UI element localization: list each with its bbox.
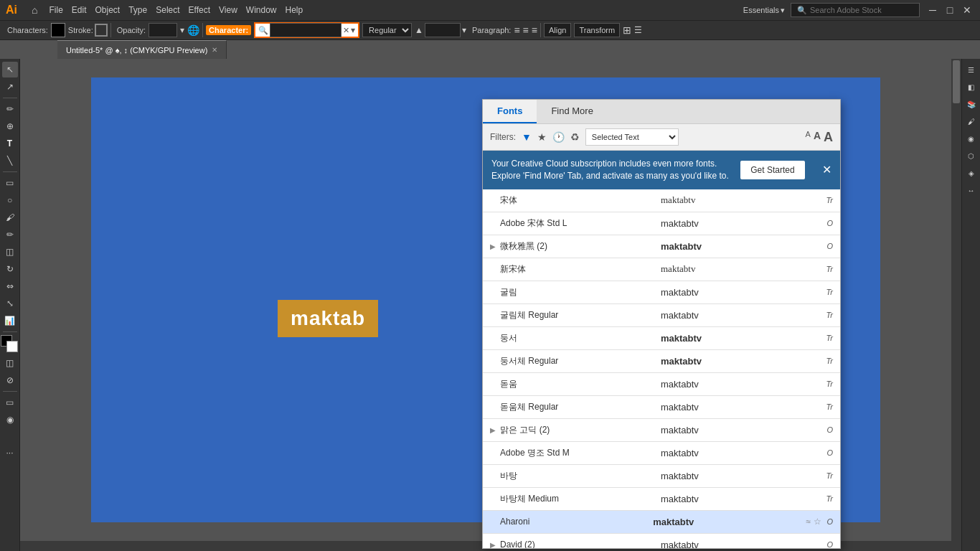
filter-dropdown[interactable]: Selected Text [585,128,679,146]
menu-effect[interactable]: Effect [189,5,210,15]
pen-tool[interactable]: ✏ [2,101,18,117]
direct-select-tool[interactable]: ↗ [2,79,18,95]
font-size-large-btn[interactable]: A [824,130,833,145]
graph-tool[interactable]: 📊 [2,313,18,329]
rotate-tool[interactable]: ↻ [2,261,18,277]
document-tab[interactable]: Untitled-5* @ ♠, ↕ (CMYK/GPU Preview) ✕ [57,40,227,59]
get-started-button[interactable]: Get Started [740,161,804,179]
stock-search[interactable]: 🔍 [791,3,920,17]
fill-color-swatch[interactable] [51,23,65,37]
font-search-dropdown[interactable]: ▾ [351,25,355,35]
transform-panel-btn[interactable]: ↔ [963,182,979,198]
more-tools-btn[interactable]: ··· [2,445,18,461]
rect-tool[interactable]: ▭ [2,175,18,191]
menu-object[interactable]: Object [95,5,121,15]
banner-close-button[interactable]: ✕ [822,162,831,178]
stock-search-input[interactable] [810,6,910,14]
expand-icon[interactable]: ▶ [490,242,500,250]
list-item[interactable]: Adobe 명조 Std M maktabtv O [483,442,840,465]
similar-fonts-icon[interactable]: ≈ [806,517,811,527]
list-item[interactable]: 굴림체 Regular maktabtv Tr [483,304,840,327]
brush-btn[interactable]: 🖌 [963,113,979,129]
font-search-input[interactable]: Adobe Arabic [270,23,341,37]
ellipse-tool[interactable]: ○ [2,192,18,208]
align-button[interactable]: Align [544,23,571,37]
text-element[interactable]: maktab [278,300,378,337]
list-item[interactable]: 바탕 maktabtv Tr [483,465,840,488]
list-item[interactable]: 둥서 maktabtv Tr [483,327,840,350]
list-item[interactable]: 돋움 maktabtv Tr [483,373,840,396]
reflect-tool[interactable]: ⇔ [2,278,18,294]
list-item[interactable]: Aharoni maktabtv ≈ ☆ O [483,511,840,534]
gradient-tool[interactable]: ◫ [2,355,18,371]
list-item[interactable]: 굴림 maktabtv Tr [483,281,840,304]
menu-view[interactable]: View [219,5,237,15]
line-tool[interactable]: ╲ [2,153,18,169]
list-item[interactable]: ▶ 微秋雅黑 (2) maktabtv O [483,235,840,258]
menu-type[interactable]: Type [128,5,147,15]
background-swatch[interactable] [6,341,18,352]
menu-edit[interactable]: Edit [72,5,87,15]
scale-tool[interactable]: ⤡ [2,296,18,311]
filter-star-icon[interactable]: ★ [537,131,547,143]
fonts-tab[interactable]: Fonts [483,100,537,123]
opacity-input[interactable]: 100% [149,23,177,37]
tab-close-button[interactable]: ✕ [212,46,217,54]
properties-btn[interactable]: ☰ [963,62,979,77]
vertical-scrollbar[interactable] [951,59,961,541]
list-item[interactable]: 둥서체 Regular maktabtv Tr [483,350,840,373]
filter-funnel-icon[interactable]: ▼ [522,131,532,143]
list-item[interactable]: 宋体 maktabtv Tr [483,189,840,212]
graphic-styles-btn[interactable]: ◈ [963,165,979,181]
opacity-arrow[interactable]: ▾ [180,25,184,35]
eraser-tool[interactable]: ◫ [2,244,18,260]
select-tool[interactable]: ↖ [2,62,18,77]
list-item[interactable]: ▶ David (2) maktabtv O [483,534,840,548]
stroke-box[interactable] [95,24,108,37]
home-icon[interactable]: ⌂ [32,4,37,16]
align-right-btn[interactable]: ≡ [532,24,537,36]
filter-cloud-icon[interactable]: ♻ [570,131,580,143]
appearance-btn[interactable]: ⬡ [963,148,979,164]
expand-icon[interactable]: ▶ [490,541,500,548]
font-size-small-btn[interactable]: A [806,130,811,145]
favorite-icon[interactable]: ☆ [814,517,821,527]
none-tool[interactable]: ⊘ [2,372,18,388]
font-search-clear[interactable]: ✕ [343,26,349,35]
anchor-tool[interactable]: ⊕ [2,118,18,134]
screen-mode-btn[interactable]: ▭ [2,395,18,410]
list-item[interactable]: ▶ 맑은 고딕 (2) maktabtv O [483,419,840,442]
align-center-btn[interactable]: ≡ [523,24,529,36]
workspace-selector[interactable]: Essentials ▾ [743,6,785,15]
font-style-select[interactable]: Regular Bold Italic [362,23,412,37]
menu-help[interactable]: Help [286,5,303,15]
scroll-thumb[interactable] [953,60,960,103]
transform-button[interactable]: Transform [574,23,620,37]
close-button[interactable]: ✕ [960,4,974,16]
menu-file[interactable]: File [49,5,62,15]
draw-mode-btn[interactable]: ◉ [2,412,18,428]
list-item[interactable]: 新宋体 maktabtv Tr [483,258,840,281]
list-item[interactable]: 바탕체 Medium maktabtv Tr [483,488,840,511]
list-item[interactable]: Adobe 宋体 Std L maktabtv O [483,212,840,235]
font-size-medium-btn[interactable]: A [814,130,821,145]
expand-icon[interactable]: ▶ [490,426,500,434]
paintbrush-tool[interactable]: 🖌 [2,209,18,225]
find-more-tab[interactable]: Find More [537,100,608,123]
font-search-box[interactable]: 🔍 Adobe Arabic ✕ ▾ [254,22,359,38]
align-left-btn[interactable]: ≡ [514,24,519,36]
font-size-up[interactable]: ▲ [415,25,423,35]
symbols-btn[interactable]: ◉ [963,131,979,146]
maximize-button[interactable]: □ [943,4,957,16]
menu-window[interactable]: Window [246,5,277,15]
pencil-tool[interactable]: ✏ [2,227,18,242]
libraries-btn[interactable]: 📚 [963,96,979,112]
menu-select[interactable]: Select [156,5,179,15]
list-item[interactable]: 돋움체 Regular maktabtv Tr [483,396,840,419]
type-tool[interactable]: T [2,136,18,151]
filter-recent-icon[interactable]: 🕐 [552,131,565,143]
font-size-down[interactable]: ▾ [462,25,466,35]
minimize-button[interactable]: ─ [925,4,940,16]
layers-btn[interactable]: ◧ [963,79,979,95]
font-size-input[interactable]: 55 pt [425,23,461,37]
